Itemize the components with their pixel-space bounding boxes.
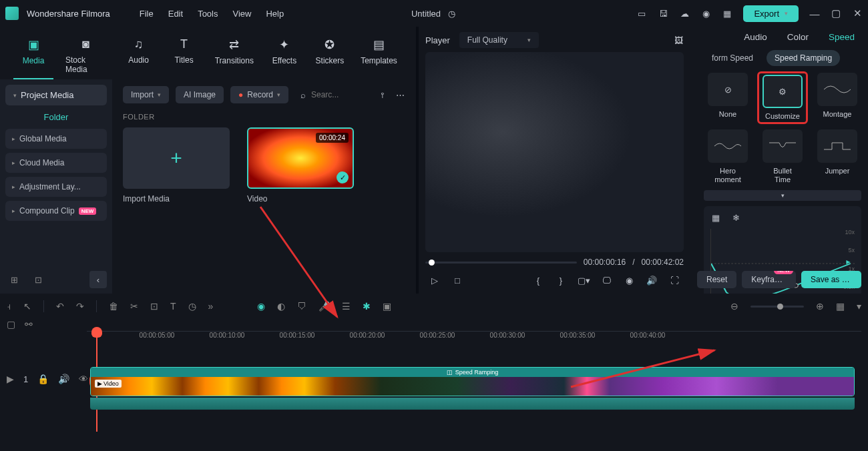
freeze-icon[interactable]: ❄ — [730, 213, 741, 223]
mark-out-icon[interactable]: } — [556, 275, 566, 286]
preset-bullet-time[interactable]: Bullet Time — [758, 129, 807, 184]
sidebar-item-adjustment-layer[interactable]: ▸Adjustment Lay... — [5, 177, 107, 197]
close-button[interactable]: ✕ — [852, 8, 863, 19]
keyframe-tl-icon[interactable]: ▣ — [383, 301, 391, 312]
tab-titles[interactable]: TTitles — [164, 32, 204, 79]
zoom-slider[interactable] — [750, 306, 804, 308]
video-clip[interactable]: ◫Speed Ramping ▶ Video — [90, 367, 855, 396]
video-track-icon[interactable]: ▶ — [7, 374, 14, 384]
ai-icon[interactable]: ◉ — [257, 301, 265, 312]
speed-ramping-tab[interactable]: Speed Ramping — [767, 50, 840, 66]
menu-file[interactable]: File — [134, 6, 159, 21]
tab-effects[interactable]: ✦Effects — [264, 32, 304, 79]
tab-transitions[interactable]: ⇄Transitions — [210, 32, 259, 79]
project-media-button[interactable]: ▾Project Media — [5, 85, 107, 105]
import-media-card[interactable]: + Import Media — [123, 127, 230, 203]
tab-stock-media[interactable]: ◙Stock Media — [59, 32, 114, 79]
preset-jumper[interactable]: Jumper — [813, 129, 861, 184]
search-input[interactable] — [311, 90, 365, 99]
speed-icon[interactable]: ◷ — [188, 301, 196, 312]
ai-image-button[interactable]: AI Image — [176, 86, 224, 103]
preset-none[interactable]: ⊘None — [704, 73, 752, 123]
track-manage-icon[interactable]: ▢ — [7, 319, 15, 330]
menu-view[interactable]: View — [227, 6, 256, 21]
maximize-button[interactable]: ▢ — [831, 8, 841, 19]
preset-montage[interactable]: Montage — [813, 73, 861, 123]
undo-icon[interactable]: ↶ — [56, 301, 64, 312]
color-wheel-icon[interactable]: ◐ — [277, 301, 285, 312]
sidebar-item-cloud-media[interactable]: ▸Cloud Media — [5, 153, 107, 173]
visibility-icon[interactable]: 👁 — [79, 374, 88, 384]
export-button[interactable]: Export▾ — [743, 5, 799, 22]
preset-hero-moment[interactable]: Hero moment — [704, 129, 752, 184]
delete-icon[interactable]: 🗑 — [109, 301, 118, 312]
redo-icon[interactable]: ↷ — [76, 301, 84, 312]
apps-icon[interactable]: ▦ — [722, 8, 732, 19]
mute-icon[interactable]: 🔊 — [58, 374, 69, 384]
text-tool-icon[interactable]: T — [170, 301, 176, 312]
audio-waveform[interactable] — [90, 398, 855, 410]
mic-icon[interactable]: 🎤 — [318, 301, 330, 312]
new-bin-icon[interactable]: ⊡ — [29, 271, 47, 288]
reset-button[interactable]: Reset — [697, 271, 736, 288]
preview-scrubber[interactable] — [425, 262, 577, 264]
filter-icon[interactable]: ⫯ — [377, 89, 388, 100]
sidebar-item-compound-clip[interactable]: ▸Compound ClipNEW — [5, 201, 107, 221]
tab-audio[interactable]: ♫Audio — [119, 32, 159, 79]
more-icon[interactable]: ⋯ — [395, 89, 405, 100]
new-folder-icon[interactable]: ⊞ — [5, 271, 23, 288]
selection-tool-icon[interactable]: ↖ — [23, 301, 31, 312]
timeline-settings-icon[interactable]: ▾ — [857, 301, 861, 312]
zoom-in-icon[interactable]: ⊕ — [816, 301, 824, 312]
keyframe-button[interactable]: Keyframe P...NEW — [742, 271, 796, 288]
search-field[interactable]: ⌕ — [295, 90, 371, 100]
snapshot-icon[interactable]: 🖼 — [673, 35, 684, 45]
tab-speed-props[interactable]: Speed — [829, 32, 855, 42]
camera-snap-icon[interactable]: ◉ — [624, 275, 634, 286]
fullscreen-icon[interactable]: ⛶ — [669, 275, 680, 286]
view-mode-icon[interactable]: ▦ — [836, 301, 845, 312]
save-as-custom-button[interactable]: Save as cus... — [801, 271, 861, 288]
timeline-ruler[interactable]: ✂ 00:00:05:0000:00:10:0000:00:15:0000:00… — [87, 331, 861, 350]
shield-icon[interactable]: ⛉ — [297, 301, 306, 312]
link-icon[interactable]: ⚯ — [25, 319, 33, 330]
mark-in-icon[interactable]: { — [533, 275, 544, 286]
minimize-button[interactable]: — — [809, 8, 820, 19]
ratio-icon[interactable]: ▢▾ — [578, 275, 589, 286]
save-icon[interactable]: 🖫 — [658, 8, 668, 19]
grid-toggle-icon[interactable]: ▦ — [710, 213, 721, 223]
cloud-icon[interactable]: ☁ — [679, 8, 690, 19]
crop-icon[interactable]: ⊡ — [150, 301, 158, 312]
tab-color-props[interactable]: Color — [787, 32, 809, 42]
record-button[interactable]: ●Record▾ — [230, 86, 288, 103]
volume-icon[interactable]: 🔊 — [646, 275, 657, 286]
more-tools-icon[interactable]: » — [208, 301, 214, 312]
zoom-out-icon[interactable]: ⊖ — [730, 301, 738, 312]
video-media-card[interactable]: 00:00:24 ✓ Video — [247, 127, 354, 203]
preview-screen[interactable] — [425, 52, 684, 252]
uniform-speed-tab[interactable]: form Speed — [704, 50, 761, 66]
menu-edit[interactable]: Edit — [163, 6, 188, 21]
tab-audio-props[interactable]: Audio — [744, 32, 767, 42]
device-icon[interactable]: ▭ — [636, 8, 647, 19]
lock-icon[interactable]: 🔒 — [37, 374, 49, 384]
preset-customize[interactable]: ⚙Customize — [758, 73, 807, 123]
play-icon[interactable]: ▷ — [429, 275, 440, 286]
list-icon[interactable]: ☰ — [342, 301, 351, 312]
expand-presets-button[interactable]: ▾ — [704, 190, 861, 201]
collapse-sidebar-button[interactable]: ‹ — [89, 271, 107, 288]
menu-help[interactable]: Help — [260, 6, 289, 21]
quality-dropdown[interactable]: Full Quality▾ — [459, 32, 539, 48]
tab-media[interactable]: ▣Media — [13, 32, 53, 79]
tab-stickers[interactable]: ✪Stickers — [310, 32, 350, 79]
sync-icon[interactable]: ◷ — [446, 8, 457, 19]
menu-tools[interactable]: Tools — [192, 6, 223, 21]
stop-icon[interactable]: □ — [452, 275, 463, 286]
tab-templates[interactable]: ▤Templates — [355, 32, 403, 79]
support-icon[interactable]: ◉ — [700, 8, 711, 19]
timeline-options-icon[interactable]: ⫞ — [7, 301, 11, 312]
sidebar-item-global-media[interactable]: ▸Global Media — [5, 129, 107, 149]
split-icon[interactable]: ✂ — [130, 301, 138, 312]
display-icon[interactable]: 🖵 — [601, 275, 612, 286]
import-button[interactable]: Import▾ — [123, 86, 169, 103]
